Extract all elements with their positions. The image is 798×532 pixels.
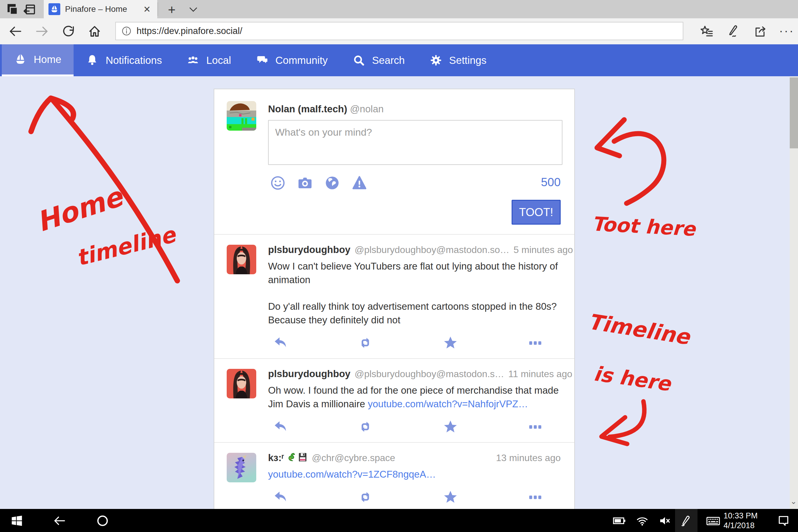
post-actions	[268, 490, 560, 505]
post-handle: @plsburydoughboy@mastodon.so…	[355, 244, 510, 255]
boost-icon[interactable]	[357, 335, 374, 350]
url-text: https://dev.pinafore.social/	[136, 26, 242, 36]
home-button[interactable]	[88, 24, 102, 38]
web-note-pen-icon[interactable]	[726, 24, 741, 38]
post-actions	[268, 419, 560, 435]
nav-item-community[interactable]: Community	[244, 44, 340, 76]
back-button[interactable]	[8, 24, 22, 38]
nav-item-local[interactable]: Local	[174, 44, 244, 76]
site-info-icon[interactable]	[121, 26, 132, 36]
screen: Pinafore – Home ✕ + https://dev.pinafore…	[0, 0, 798, 532]
new-tab-button[interactable]: +	[164, 2, 179, 17]
post-timestamp[interactable]: 13 minutes ago	[496, 453, 560, 463]
char-counter: 500	[541, 175, 560, 189]
post-display-name: kз:ʳ	[268, 452, 308, 463]
compose-account-name: Nolan (malf.tech) @nolan	[268, 103, 384, 115]
pen-icon	[680, 514, 693, 528]
action-center-icon[interactable]	[777, 514, 790, 528]
post-paragraph: Do y'all really think toy advertisement …	[268, 300, 560, 327]
nav-item-notifications[interactable]: Notifications	[74, 44, 174, 76]
timeline-post: kз:ʳ @chr@cybre.space 13 minutes ago you…	[214, 442, 574, 509]
compose-display-name: Nolan (malf.tech)	[268, 103, 347, 114]
windows-taskbar: 10:33 PM 4/1/2018	[0, 509, 798, 532]
wifi-icon[interactable]	[635, 514, 649, 528]
post-handle: @chr@cybre.space	[312, 453, 395, 463]
post-avatar[interactable]	[227, 453, 256, 482]
media-camera-icon[interactable]	[297, 175, 313, 191]
nav-item-search[interactable]: Search	[340, 44, 417, 76]
visibility-globe-icon[interactable]	[324, 175, 340, 191]
refresh-button[interactable]	[61, 24, 76, 38]
tab-title: Pinafore – Home	[65, 4, 141, 14]
gear-icon	[430, 54, 442, 66]
browser-toolbar: https://dev.pinafore.social/ ···	[0, 18, 798, 44]
more-options-icon[interactable]	[527, 335, 544, 350]
clock-date: 4/1/2018	[723, 521, 758, 531]
magnifier-icon	[353, 54, 365, 66]
address-bar[interactable]: https://dev.pinafore.social/	[115, 22, 683, 40]
floppy-disk-emoji	[298, 452, 308, 462]
scroll-down-icon[interactable]: ⌄	[790, 497, 797, 506]
tab-list-chevron-icon[interactable]	[188, 4, 198, 15]
compose-input[interactable]	[268, 120, 563, 165]
tab-separator	[157, 2, 158, 16]
page-scrollbar[interactable]: ⌄	[790, 76, 798, 509]
nav-label-local: Local	[206, 54, 231, 66]
post-body: Oh wow. I found the ad for the one piece…	[268, 384, 560, 411]
nav-label-home: Home	[34, 54, 61, 65]
settings-more-icon[interactable]: ···	[779, 24, 793, 38]
forward-button[interactable]	[35, 24, 49, 38]
post-link[interactable]: youtube.com/watch?v=NahfojrVPZ…	[368, 398, 528, 409]
post-link[interactable]: youtube.com/watch?v=1ZCF8ngqeA…	[268, 469, 436, 480]
taskbar-clock[interactable]: 10:33 PM 4/1/2018	[723, 511, 758, 531]
more-options-icon[interactable]	[527, 490, 544, 505]
post-timestamp[interactable]: 5 minutes ago	[514, 244, 573, 255]
compose-box: Nolan (malf.tech) @nolan	[214, 89, 574, 234]
post-display-name: plsburydoughboy	[268, 244, 350, 255]
toot-button[interactable]: TOOT!	[512, 200, 560, 225]
timeline-card: Nolan (malf.tech) @nolan	[214, 89, 575, 509]
post-body: Wow I can't believe YouTubers are flat o…	[268, 260, 560, 327]
tab-preview-icon[interactable]	[6, 3, 19, 16]
set-tabs-aside-icon[interactable]	[23, 3, 36, 16]
emoji-icon[interactable]	[270, 175, 286, 191]
boost-icon[interactable]	[357, 490, 374, 505]
nav-item-home[interactable]: Home	[2, 44, 74, 76]
compose-toolbar	[270, 175, 367, 191]
boost-icon[interactable]	[357, 419, 374, 435]
volume-muted-icon[interactable]	[659, 514, 672, 528]
post-timestamp[interactable]: 11 minutes ago	[508, 368, 572, 380]
browser-tab[interactable]: Pinafore – Home ✕	[44, 0, 157, 18]
more-options-icon[interactable]	[527, 419, 544, 435]
nav-label-notifications: Notifications	[106, 54, 162, 66]
favorites-hub-icon[interactable]	[700, 24, 714, 38]
reply-icon[interactable]	[272, 490, 289, 505]
favorite-star-icon[interactable]	[442, 490, 459, 505]
taskbar-back-button[interactable]	[53, 514, 66, 528]
post-avatar[interactable]	[227, 245, 256, 274]
favorite-star-icon[interactable]	[442, 419, 459, 435]
start-button[interactable]	[10, 514, 24, 528]
pinafore-nav-bar: Home Notifications Local Community Searc…	[0, 44, 798, 76]
dragon-emoji	[286, 452, 296, 462]
touch-keyboard-icon[interactable]	[706, 514, 721, 528]
scrollbar-thumb[interactable]	[790, 77, 798, 148]
post-actions	[268, 335, 560, 350]
battery-icon[interactable]	[612, 514, 626, 528]
pen-workspace-tile[interactable]	[675, 509, 698, 532]
tab-close-icon[interactable]: ✕	[141, 4, 152, 15]
post-body: youtube.com/watch?v=1ZCF8ngqeA…	[268, 468, 560, 481]
favorite-star-icon[interactable]	[442, 335, 459, 350]
pinafore-favicon-icon	[49, 3, 60, 15]
post-display-name: plsburydoughboy	[268, 368, 350, 380]
content-warning-icon[interactable]	[352, 175, 367, 191]
post-avatar[interactable]	[227, 369, 256, 398]
cortana-button[interactable]	[96, 514, 109, 528]
nav-item-settings[interactable]: Settings	[417, 44, 499, 76]
reply-icon[interactable]	[272, 335, 289, 350]
people-icon	[187, 54, 199, 66]
sailboat-icon	[14, 53, 26, 65]
share-icon[interactable]	[753, 24, 767, 38]
compose-avatar[interactable]	[227, 101, 256, 131]
reply-icon[interactable]	[272, 419, 289, 435]
